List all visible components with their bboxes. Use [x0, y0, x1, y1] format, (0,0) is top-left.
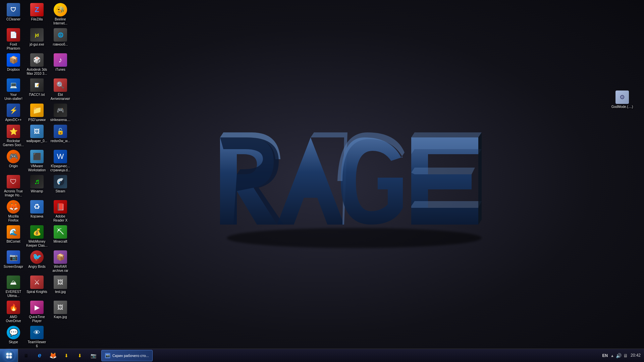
icon-apexdc[interactable]: ⚡ ApexDC++	[2, 102, 25, 123]
icon-jd[interactable]: jd jd-gui.exe	[25, 27, 49, 52]
icon-word[interactable]: W Юридичес...страница.d...	[49, 148, 72, 174]
icon-uninstaller[interactable]: 💻 YourUnin-staller!	[2, 77, 25, 102]
icon-wallpaper[interactable]: 🖼 wallpaper_0...	[25, 123, 49, 148]
pacc-icon-img: 📝	[30, 78, 44, 92]
taskbar-clock[interactable]: 20:42	[631, 353, 641, 358]
recycle-icon-img: ♻	[30, 200, 44, 214]
icon-strikearena[interactable]: 🎮 strikearena....	[49, 102, 72, 123]
icon-screensnap[interactable]: 📷 ScreenSnapr	[2, 249, 25, 274]
start-button[interactable]	[0, 349, 18, 362]
icon-rockstar[interactable]: ⭐ RockstarGames Soci...	[2, 123, 25, 148]
icon-godmode[interactable]: ⚙ GodMode.(....)	[610, 90, 634, 109]
taskbar-window-icon: 📷	[105, 353, 110, 358]
acronis-label: Acronis TrueImage Ho...	[4, 189, 23, 197]
icon-pacc[interactable]: 📝 ПАСС!!.txt	[25, 77, 49, 102]
taskbar-active-window[interactable]: 📷 Скрин рабочего сто...	[101, 350, 153, 361]
jd-icon-img: jd	[30, 28, 44, 42]
taskbar-window-label: Скрин рабочего сто...	[112, 354, 149, 358]
teamviewer-label: TeamViewer6	[28, 340, 46, 348]
winrar-label: WinRARarchive.rar	[52, 265, 68, 273]
tray-volume-icon[interactable]: 🔊	[616, 353, 622, 358]
apexdc-label: ApexDC++	[5, 118, 22, 122]
icon-kapsjpg[interactable]: 🖼 Kaps.jpg	[49, 299, 72, 324]
pacc-label: ПАСС!!.txt	[29, 93, 45, 97]
icon-foxit[interactable]: 📄 FoxitPhantom	[2, 27, 25, 52]
psd-label: PSD'шники	[28, 118, 46, 122]
strikearena-icon-img: 🎮	[54, 104, 67, 117]
tray-expand-icon[interactable]: ▲	[610, 354, 614, 358]
icon-redsn0w[interactable]: 🔓 redsn0w_w...	[49, 123, 72, 148]
icon-angrybirds[interactable]: 🐦 Angry Birds	[25, 249, 49, 274]
govnoob-label: говнооб...	[53, 43, 68, 47]
quicktime-icon-img: ▶	[30, 301, 44, 314]
icon-govnoob[interactable]: 🌐 говнооб...	[49, 27, 72, 52]
dropbox-icon-img: 📦	[7, 53, 20, 67]
icon-ccleaner[interactable]: 🛡 CCleaner	[2, 2, 25, 27]
skype-icon-img: 💬	[7, 326, 20, 339]
svg-point-2	[59, 182, 60, 183]
tray-display-icon[interactable]: 🖥	[623, 353, 628, 358]
icon-acronis[interactable]: 🛡 Acronis TrueImage Ho...	[2, 174, 25, 199]
icon-dropbox[interactable]: 📦 Dropbox	[2, 52, 25, 77]
icon-psd[interactable]: 📁 PSD'шники	[25, 102, 49, 123]
icon-testjpg[interactable]: 🖼 test.jpg	[49, 274, 72, 299]
taskbar-jdownloader-icon[interactable]: ⬇	[60, 350, 73, 362]
icon-beeline[interactable]: 🐝 BeelineInternet...	[49, 2, 72, 27]
icon-firefox[interactable]: 🦊 MozillaFirefox	[2, 199, 25, 224]
taskbar-tray-icons: ▲ 🔊 🖥	[610, 353, 628, 358]
winrar-icon-img: 📦	[54, 250, 67, 264]
icon-winrar[interactable]: 📦 WinRARarchive.rar	[49, 249, 72, 274]
steam-label: Steam	[56, 189, 65, 193]
origin-label: Origin	[9, 164, 18, 168]
beeline-label: BeelineInternet...	[53, 17, 67, 25]
icon-amd[interactable]: 🔥 AMDOverDrive	[2, 299, 25, 324]
uninstaller-icon-img: 💻	[7, 78, 20, 92]
taskbar-language[interactable]: EN	[602, 353, 608, 358]
vmware-label: VMwareWorkstation	[28, 164, 46, 172]
icon-webmoney[interactable]: 💰 WebMoneyKeeper Clas...	[25, 224, 49, 249]
icon-adobe[interactable]: 📕 AdobeReader X	[49, 199, 72, 224]
icon-teamviewer[interactable]: 👁 TeamViewer6	[25, 324, 49, 350]
icon-skype[interactable]: 💬 Skype	[2, 324, 25, 350]
icon-bitcomet[interactable]: 🌊 BitComet	[2, 224, 25, 249]
everest-icon-img: ⛰	[7, 276, 20, 289]
icon-filezilla[interactable]: Z FileZilla	[25, 2, 49, 27]
filezilla-icon-img: Z	[30, 3, 44, 16]
screensnap-label: ScreenSnapr	[4, 265, 23, 269]
icon-vmware[interactable]: ⬛ VMwareWorkstation	[25, 148, 49, 174]
icon-everest[interactable]: ⛰ EVERESTUltima...	[2, 274, 25, 299]
icon-origin[interactable]: 🎮 Origin	[2, 148, 25, 174]
taskbar-show-desktop[interactable]: 🖥	[20, 350, 33, 362]
ebt-label: ЁbtАнтиплагиат	[51, 93, 70, 101]
icon-spiral[interactable]: ⚔ Spiral Knights	[25, 274, 49, 299]
foxit-label: FoxitPhantom	[7, 43, 20, 51]
desktop: 🛡 CCleaner Z FileZilla 🐝 BeelineInternet…	[0, 0, 644, 362]
icon-steam[interactable]: Steam	[49, 174, 72, 199]
icon-recycle[interactable]: ♻ Корзина	[25, 199, 49, 224]
icon-quicktime[interactable]: ▶ QuickTimePlayer	[25, 299, 49, 324]
strikearena-label: strikearena....	[50, 118, 71, 122]
redsn0w-icon-img: 🔓	[54, 125, 67, 138]
icon-ebt[interactable]: 🔍 ЁbtАнтиплагиат	[49, 77, 72, 102]
godmode-label: GodMode.(....)	[611, 105, 633, 109]
taskbar-jd2-icon[interactable]: ⬇	[73, 350, 86, 362]
icon-winamp[interactable]: ♬ Winamp	[25, 174, 49, 199]
taskbar-ie-icon[interactable]: e	[33, 350, 46, 362]
taskbar-firefox-icon[interactable]: 🦊	[47, 350, 59, 362]
ebt-icon-img: 🔍	[54, 78, 67, 92]
recycle-label: Корзина	[31, 215, 43, 219]
icon-itunes[interactable]: ♪ iTunes	[49, 52, 72, 77]
origin-icon-img: 🎮	[7, 150, 20, 163]
taskbar: 🖥 e 🦊 ⬇ ⬇ 📷 📷 Скрин рабочего сто... EN ▲…	[0, 349, 644, 362]
taskbar-screenshot-icon[interactable]: 📷	[87, 350, 100, 362]
icon-minecraft[interactable]: ⛏ Minecraft	[49, 224, 72, 249]
amd-icon-img: 🔥	[7, 301, 20, 314]
icon-autodesk[interactable]: 🎲 Autodesk 3dsMax 2010 3...	[25, 52, 49, 77]
winamp-label: Winamp	[31, 189, 43, 193]
adobe-label: AdobeReader X	[53, 215, 67, 223]
minecraft-icon-img: ⛏	[54, 225, 67, 239]
winamp-icon-img: ♬	[30, 175, 44, 188]
itunes-icon-img: ♪	[54, 53, 67, 67]
autodesk-icon-img: 🎲	[30, 53, 44, 67]
adobe-icon-img: 📕	[54, 200, 67, 214]
